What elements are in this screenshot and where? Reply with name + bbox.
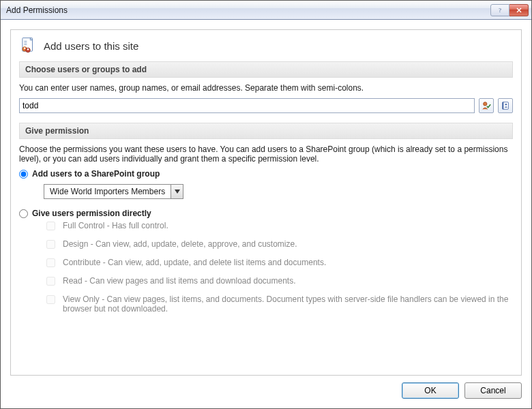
radio-direct-row: Give users permission directly bbox=[19, 209, 513, 218]
section-title-choose: Choose users or groups to add bbox=[19, 61, 513, 78]
svg-point-12 bbox=[505, 104, 507, 106]
perm-view-only-checkbox bbox=[46, 295, 55, 304]
permission-levels-list: Full Control - Has full control. Design … bbox=[44, 221, 513, 314]
radio-add-to-group[interactable] bbox=[19, 170, 28, 179]
perm-full-control-label: Full Control - Has full control. bbox=[63, 221, 168, 230]
users-input[interactable] bbox=[19, 98, 475, 113]
radio-direct[interactable] bbox=[19, 209, 28, 218]
radio-direct-label: Give users permission directly bbox=[32, 209, 151, 218]
perm-view-only-label: View Only - Can view pages, list items, … bbox=[63, 294, 513, 314]
cancel-button[interactable]: Cancel bbox=[464, 382, 522, 399]
choose-users-section: Choose users or groups to add You can en… bbox=[19, 61, 513, 113]
chevron-down-icon bbox=[175, 190, 180, 194]
perm-contribute-label: Contribute - Can view, add, update, and … bbox=[63, 258, 326, 267]
perm-full-control: Full Control - Has full control. bbox=[44, 221, 513, 232]
perm-contribute-checkbox bbox=[46, 258, 55, 267]
titlebar-buttons: ? bbox=[490, 4, 529, 16]
address-book-icon bbox=[501, 101, 510, 110]
svg-point-9 bbox=[484, 102, 487, 106]
browse-button[interactable] bbox=[498, 98, 513, 113]
dialog-body: Add users to this site Choose users or g… bbox=[1, 20, 531, 408]
give-permission-section: Give permission Choose the permissions y… bbox=[19, 123, 513, 359]
radio-add-to-group-label: Add users to a SharePoint group bbox=[32, 169, 160, 179]
perm-full-control-checkbox bbox=[46, 222, 55, 230]
svg-text:?: ? bbox=[499, 7, 501, 14]
ok-button[interactable]: OK bbox=[402, 382, 459, 399]
section-title-permission: Give permission bbox=[19, 123, 513, 139]
panel-title: Add users to this site bbox=[44, 40, 138, 52]
check-names-button[interactable] bbox=[479, 98, 494, 113]
close-button[interactable] bbox=[509, 4, 529, 16]
content-panel: Add users to this site Choose users or g… bbox=[10, 29, 522, 376]
panel-header: Add users to this site bbox=[19, 37, 513, 55]
help-icon: ? bbox=[496, 6, 504, 14]
permission-instruction: Choose the permissions you want these us… bbox=[19, 145, 513, 164]
perm-read-checkbox bbox=[46, 277, 55, 286]
help-button[interactable]: ? bbox=[490, 4, 509, 16]
window-title: Add Permissions bbox=[6, 5, 490, 15]
dialog-window: Add Permissions ? Add users to th bbox=[0, 0, 532, 409]
svg-point-8 bbox=[27, 48, 29, 50]
perm-design-checkbox bbox=[46, 240, 55, 249]
svg-point-7 bbox=[24, 47, 25, 48]
perm-design-label: Design - Can view, add, update, delete, … bbox=[63, 239, 297, 249]
perm-design: Design - Can view, add, update, delete, … bbox=[44, 239, 513, 251]
svg-rect-11 bbox=[503, 102, 504, 110]
perm-read-label: Read - Can view pages and list items and… bbox=[63, 276, 296, 286]
group-select-arrow bbox=[171, 185, 183, 198]
users-document-icon bbox=[19, 37, 37, 55]
dialog-footer: OK Cancel bbox=[10, 376, 522, 399]
perm-view-only: View Only - Can view pages, list items, … bbox=[44, 294, 513, 314]
group-select-value: Wide World Importers Members bbox=[44, 187, 171, 196]
titlebar: Add Permissions ? bbox=[1, 1, 531, 20]
perm-read: Read - Can view pages and list items and… bbox=[44, 276, 513, 288]
perm-contribute: Contribute - Can view, add, update, and … bbox=[44, 258, 513, 269]
choose-users-instruction: You can enter user names, group names, o… bbox=[19, 83, 513, 93]
check-names-icon bbox=[482, 101, 491, 110]
group-select[interactable]: Wide World Importers Members bbox=[44, 184, 183, 199]
user-input-row bbox=[19, 98, 513, 113]
radio-add-to-group-row: Add users to a SharePoint group bbox=[19, 169, 513, 179]
close-icon bbox=[515, 6, 523, 14]
